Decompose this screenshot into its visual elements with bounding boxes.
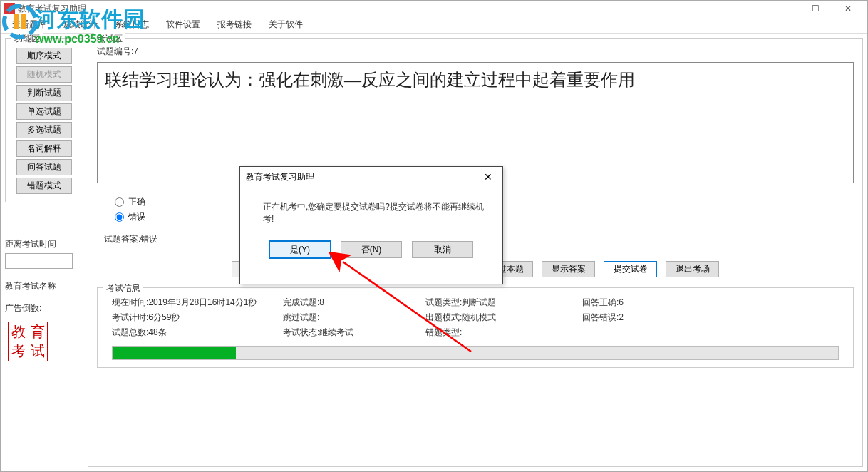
option-wrong-label: 错误	[128, 211, 145, 223]
type-single-button[interactable]: 单选试题	[16, 103, 72, 120]
confirm-dialog: 教育考试复习助理 ✕ 正在机考中,您确定要提交试卷吗?提交试卷将不能再继续机考!…	[239, 166, 503, 284]
menu-bar: 查看题库 成绩统计 系统日志 软件设置 报考链接 关于软件	[1, 16, 867, 34]
window-title: 教育考试复习助理	[18, 3, 766, 15]
app-window: 教育考试复习助理 — ☐ ✕ 查看题库 成绩统计 系统日志 软件设置 报考链接 …	[0, 0, 868, 472]
menu-score-stats[interactable]: 成绩统计	[58, 17, 103, 32]
dialog-yes-button[interactable]: 是(Y)	[269, 241, 331, 258]
submit-exam-button[interactable]: 提交试卷	[604, 261, 657, 277]
dialog-no-button[interactable]: 否(N)	[341, 241, 402, 258]
info-question-type: 试题类型:判断试题	[425, 297, 582, 309]
dialog-message: 正在机考中,您确定要提交试卷吗?提交试卷将不能再继续机考!	[240, 187, 502, 234]
mode-wrong-button[interactable]: 错题模式	[16, 178, 72, 194]
info-now-time: 现在时间:2019年3月28日16时14分1秒	[112, 297, 283, 309]
menu-system-log[interactable]: 系统日志	[109, 17, 155, 32]
menu-view-bank[interactable]: 查看题库	[6, 17, 52, 32]
exam-group-title: 考试区	[94, 33, 125, 45]
menu-exam-link[interactable]: 报考链接	[212, 17, 257, 32]
stamp-char-2: 育	[28, 322, 47, 342]
menu-about[interactable]: 关于软件	[263, 17, 309, 32]
stamp-icon: 教 育 考 试	[8, 322, 48, 361]
stamp-char-1: 教	[9, 322, 28, 342]
info-elapsed: 考试计时:6分59秒	[112, 312, 283, 324]
dialog-cancel-button[interactable]: 取消	[412, 241, 473, 258]
mode-sequential-button[interactable]: 顺序模式	[16, 48, 72, 64]
type-term-button[interactable]: 名词解释	[16, 140, 72, 157]
dialog-titlebar: 教育考试复习助理 ✕	[240, 167, 502, 187]
option-correct-label: 正确	[128, 196, 145, 208]
dialog-title: 教育考试复习助理	[246, 171, 480, 183]
info-total: 试题总数:48条	[112, 327, 283, 339]
progress-fill	[113, 347, 236, 359]
info-error-type: 错题类型:	[425, 327, 582, 339]
info-wrong-count: 回答错误:2	[582, 312, 711, 324]
maximize-button[interactable]: ☐	[799, 1, 832, 16]
info-mode: 出题模式:随机模式	[425, 312, 582, 324]
function-group-title: 功能区	[11, 33, 43, 45]
info-right-count: 回答正确:6	[582, 297, 711, 309]
window-controls: — ☐ ✕	[766, 1, 864, 16]
info-skipped: 跳过试题:	[283, 312, 425, 324]
time-remaining-label: 距离考试时间	[5, 238, 83, 250]
option-wrong-radio[interactable]	[115, 212, 124, 222]
exam-info-grid: 现在时间:2019年3月28日16时14分1秒 完成试题:8 试题类型:判断试题…	[112, 297, 839, 339]
type-multi-button[interactable]: 多选试题	[16, 122, 72, 138]
show-answer-button[interactable]: 显示答案	[542, 261, 595, 277]
question-text-box: 联结学习理论认为：强化在刺激—反应之间的建立过程中起着重要作用	[97, 62, 854, 183]
question-text: 联结学习理论认为：强化在刺激—反应之间的建立过程中起着重要作用	[105, 68, 846, 91]
exam-info-title: 考试信息	[103, 282, 143, 294]
stamp-char-3: 考	[9, 342, 28, 361]
mode-random-button[interactable]: 随机模式	[16, 66, 72, 83]
dialog-button-row: 是(Y) 否(N) 取消	[240, 234, 502, 268]
type-qa-button[interactable]: 问答试题	[16, 159, 72, 175]
dialog-close-button[interactable]: ✕	[480, 168, 497, 185]
info-empty	[582, 327, 711, 339]
progress-bar	[112, 346, 839, 360]
function-groupbox: 功能区 顺序模式 随机模式 判断试题 单选试题 多选试题 名词解释 问答试题 错…	[5, 38, 83, 202]
option-correct-radio[interactable]	[115, 197, 124, 207]
question-number-label: 试题编号:7	[97, 46, 854, 58]
stamp-char-4: 试	[28, 342, 47, 361]
app-icon	[4, 3, 15, 14]
sidebar: 功能区 顺序模式 随机模式 判断试题 单选试题 多选试题 名词解释 问答试题 错…	[5, 38, 83, 467]
exit-exam-button[interactable]: 退出考场	[666, 261, 719, 277]
close-button[interactable]: ✕	[832, 1, 864, 16]
info-done-count: 完成试题:8	[283, 297, 425, 309]
minimize-button[interactable]: —	[766, 1, 799, 16]
type-judge-button[interactable]: 判断试题	[16, 85, 72, 101]
title-bar: 教育考试复习助理 — ☐ ✕	[1, 1, 867, 16]
exam-name-label: 教育考试名称	[5, 280, 83, 292]
exam-info-groupbox: 考试信息 现在时间:2019年3月28日16时14分1秒 完成试题:8 试题类型…	[97, 287, 854, 368]
info-status: 考试状态:继续考试	[283, 327, 425, 339]
time-remaining-field	[5, 253, 73, 269]
menu-settings[interactable]: 软件设置	[160, 17, 206, 32]
ad-countdown-label: 广告倒数:	[5, 302, 83, 314]
